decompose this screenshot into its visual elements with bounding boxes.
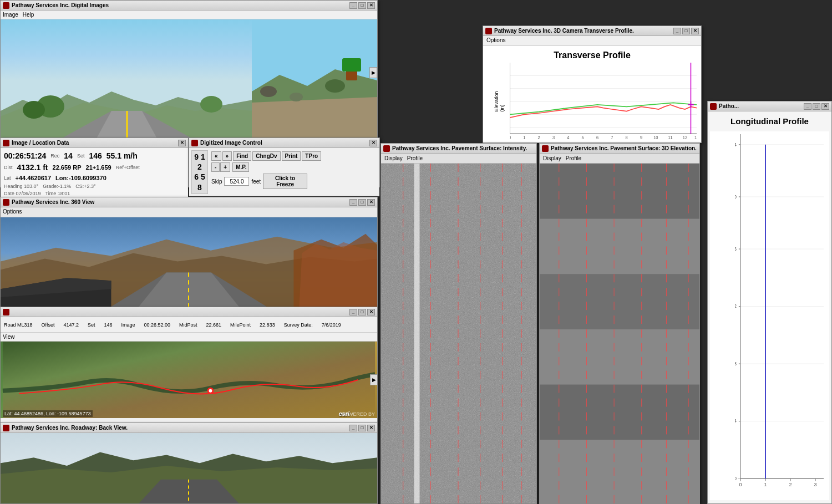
intensity-profile-label[interactable]: Profile [407, 155, 423, 161]
backview-min-button[interactable]: _ [349, 425, 357, 431]
road-label: Road ML318 [4, 322, 33, 328]
svg-rect-75 [540, 219, 699, 274]
minimize-button[interactable]: _ [349, 2, 357, 9]
transverse-y-label: Elevation(in) [494, 91, 505, 111]
map-max-button[interactable]: □ [358, 309, 366, 315]
transverse-max-button[interactable]: □ [682, 28, 690, 34]
long-max-button[interactable]: □ [813, 103, 820, 110]
360-options-label[interactable]: Options [3, 208, 22, 215]
360-max-button[interactable]: □ [358, 199, 366, 206]
elevation-display-label[interactable]: Display [543, 155, 561, 161]
svg-text:5: 5 [582, 135, 584, 140]
360-app-icon [3, 199, 9, 206]
dist-value: 4132.1 ft [17, 162, 48, 174]
set-label: Set [77, 152, 85, 160]
sky-left [1, 19, 253, 141]
grade-value: Grade:-1.1% [43, 183, 71, 191]
svg-text:0: 0 [510, 135, 511, 140]
scroll-right-button[interactable]: ▶ [369, 67, 377, 78]
dig-control-body: 9 1 2 6 5 8 « » Find ChngDv Print TPro -… [189, 148, 379, 196]
transverse-app-icon [485, 28, 492, 34]
location-data-window: Image / Location Data ✕ 00:26:51:24 Rec … [0, 138, 189, 187]
long-min-button[interactable]: _ [804, 103, 811, 110]
map-close-button[interactable]: ✕ [367, 309, 375, 315]
map-set-label: Set [88, 322, 95, 328]
map-scroll-button[interactable]: ▶ [370, 374, 377, 385]
backview-max-button[interactable]: □ [358, 425, 366, 431]
transverse-chart-area: Elevation(in) 1 0 -1 -2 -3 0 1 [510, 63, 697, 140]
360-close-button[interactable]: ✕ [367, 199, 375, 206]
backview-close-button[interactable]: ✕ [367, 425, 375, 431]
view-menu-bar: View [1, 333, 377, 342]
digital-images-title: Pathway Services Inc. Digital Images [12, 2, 109, 8]
svg-text:1: 1 [764, 482, 767, 487]
svg-point-12 [290, 93, 303, 101]
map-min-button[interactable]: _ [349, 309, 357, 315]
dist-label: Dist [4, 164, 13, 172]
svg-text:22.0: 22.0 [735, 194, 737, 200]
mp-button[interactable]: M.P. [232, 162, 249, 172]
elevation-title: Pathway Services Inc. Pavement Surface: … [551, 145, 697, 151]
backview-body [1, 433, 377, 503]
elevation-titlebar: Pathway Services Inc. Pavement Surface: … [540, 144, 699, 154]
transverse-options-label[interactable]: Options [486, 37, 505, 43]
sky-right [252, 19, 377, 141]
skip-input[interactable] [224, 177, 249, 186]
print-button[interactable]: Print [282, 151, 301, 161]
map-app-icon [3, 309, 9, 315]
minus-button[interactable]: - [211, 162, 220, 172]
ref-value: 21+1.659 [86, 163, 111, 172]
heading-value: Heading 103.0° [4, 183, 38, 191]
dig-close-button[interactable]: ✕ [369, 140, 377, 146]
svg-text:3: 3 [552, 135, 555, 140]
svg-text:7: 7 [611, 135, 613, 140]
intensity-display-label[interactable]: Display [384, 155, 403, 161]
longitudinal-title: Patho... [719, 103, 739, 109]
dig-control-title: Digitized Image Control [200, 140, 262, 146]
maximize-button[interactable]: □ [358, 2, 366, 9]
intensity-title: Pathway Services Inc. Pavement Surface: … [392, 145, 527, 151]
360-options-bar: Options [1, 207, 377, 217]
plus-button[interactable]: + [220, 162, 230, 172]
tpro-button[interactable]: TPro [302, 151, 321, 161]
svg-point-13 [325, 79, 345, 93]
longitudinal-title-area: Longitudinal Profile [708, 111, 831, 131]
num-mid: 6 5 [193, 172, 206, 182]
svg-text:3: 3 [814, 482, 816, 487]
transverse-options-menu: Options [483, 36, 701, 46]
freeze-button[interactable]: Click to Freeze [263, 174, 307, 189]
digitized-control-window: Digitized Image Control ✕ 9 1 2 6 5 8 « … [189, 138, 380, 187]
road-image-container [1, 19, 377, 141]
transverse-min-button[interactable]: _ [673, 28, 681, 34]
elevation-profile-label[interactable]: Profile [566, 155, 581, 161]
view-menu-item[interactable]: View [3, 334, 15, 340]
chngdv-button[interactable]: ChngDv [252, 151, 280, 161]
long-close-button[interactable]: ✕ [821, 103, 829, 110]
lon-value: Lon:-109.6099370 [55, 174, 106, 183]
menu-image[interactable]: Image [3, 12, 18, 18]
midpost-value: 22.661 [206, 322, 222, 328]
next-button[interactable]: » [222, 151, 232, 161]
offset-label: Offset [42, 322, 55, 328]
360-min-button[interactable]: _ [349, 199, 357, 206]
num-top: 9 1 2 [193, 152, 206, 172]
loc-close-button[interactable]: ✕ [178, 140, 186, 146]
svg-rect-15 [342, 58, 361, 72]
svg-point-11 [260, 86, 277, 97]
transverse-close-button[interactable]: ✕ [691, 28, 699, 34]
menu-help[interactable]: Help [23, 12, 34, 18]
num-bot: 8 [193, 182, 206, 192]
svg-rect-74 [540, 164, 699, 219]
close-button[interactable]: ✕ [367, 2, 375, 9]
prev-button[interactable]: « [211, 151, 221, 161]
elevation-display-bar: Display Profile [540, 154, 699, 164]
rp-value: 22.659 RP [53, 163, 82, 172]
button-row-1: « » Find ChngDv Print TPro [211, 151, 321, 161]
svg-point-6 [23, 101, 45, 119]
elevation-app-icon [542, 145, 549, 152]
map-body: esri POWERED BY Lat: 44.46852486, Lon: -… [1, 342, 377, 418]
milepoint-value: 22.833 [260, 322, 275, 328]
transverse-chart-title: Transverse Profile [488, 50, 697, 60]
map-set-value: 146 [104, 322, 112, 328]
find-button[interactable]: Find [233, 151, 251, 161]
